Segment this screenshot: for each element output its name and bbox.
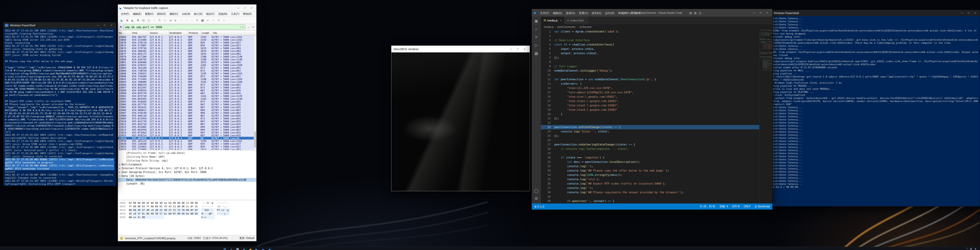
save-file-icon[interactable]: ◫ (146, 18, 151, 22)
packet-row[interactable]: 23897 454.822587 127.0.0.1 127.0.0.1 UDP… (118, 86, 256, 89)
resize-columns-icon[interactable]: ↔ (222, 18, 226, 22)
zoom-out-icon[interactable]: − (211, 18, 216, 22)
maximize-button[interactable]: □ (757, 10, 764, 16)
customize-layout-icon[interactable]: ◫ (698, 11, 701, 14)
file-explorer-icon[interactable]: ▰ (248, 247, 253, 250)
packet-row[interactable]: 23904 454.927719 127.0.0.1 127.0.0.1 UDP… (118, 103, 256, 106)
profile-label[interactable]: 配置: Default (240, 236, 254, 240)
vscode-titlebar[interactable]: ◆ 文件(F)编辑(E)选择(S)查看(V)转到(G)运行(R)终端(T)帮助(… (532, 9, 772, 17)
packet-row[interactable]: 23922 455.125861 127.0.0.1 127.0.0.1 UDP… (118, 145, 256, 148)
maximize-button[interactable]: □ (242, 5, 248, 11)
code-line[interactable]: 38 console.log('## Please copy/paste the… (541, 190, 759, 195)
code-line[interactable]: 31 let desc = peerConnection.localDescri… (541, 160, 759, 164)
code-line[interactable]: 2 (541, 34, 759, 38)
code-line[interactable]: 26 (541, 138, 759, 142)
powershell-icon[interactable]: ▰ (261, 247, 266, 250)
packet-row[interactable]: 23881 454.656900 127.0.0.1 127.0.0.1 UDP… (118, 61, 256, 64)
restart-capture-icon[interactable]: ◣ (130, 18, 135, 22)
code-line[interactable]: 10 nodeDataChannel.initLogger('Debug'); (541, 68, 759, 73)
code-line[interactable]: 40 rl.question('', (answer) => { (541, 199, 759, 203)
minimize-button[interactable]: — (959, 10, 965, 16)
packet-row[interactable]: 23913 455.063956 127.0.0.1 127.0.0.1 UDP… (118, 128, 256, 131)
code-line[interactable]: 16 "stun:stun.l.google.com:19302", (541, 95, 759, 99)
menu-item[interactable]: 工具(T) (229, 12, 241, 16)
go-back-icon[interactable]: ◀ (168, 18, 173, 22)
detail-row[interactable]: ▸Null/Loopback (118, 163, 256, 166)
task-view-icon[interactable]: ▦ (235, 247, 240, 250)
packet-row[interactable]: 23915 455.078224 127.0.0.1 127.0.0.1 UDP… (118, 134, 256, 137)
start-capture-icon[interactable]: ◣ (119, 18, 124, 22)
packet-row[interactable]: 23902 454.891956 127.0.0.1 127.0.0.1 UDP… (118, 97, 256, 100)
expander-icon[interactable]: ▸ (119, 170, 122, 174)
column-info[interactable]: Info (212, 31, 256, 35)
powershell-left-titlebar[interactable]: >_ Windows PowerShell — □ × (3, 22, 116, 28)
packet-row[interactable]: 23898 454.839934 127.0.0.1 127.0.0.1 UDP… (118, 89, 256, 92)
packet-row[interactable]: 23872 454.573807 127.0.0.1 127.0.0.1 UDP… (118, 44, 256, 47)
vscode-icon[interactable]: ▰ (267, 247, 272, 250)
code-line[interactable]: 7 }); (541, 55, 759, 60)
menu-item[interactable]: 选择(S) (564, 11, 577, 14)
source-control-icon[interactable]: Ƴ (535, 35, 538, 40)
code-area[interactable]: 1 var client = dgram.createSocket('udp4'… (541, 29, 759, 204)
code-line[interactable]: 35 console.log('\n\n'); (541, 177, 759, 182)
volume-icon[interactable]: ◄ (974, 247, 977, 250)
code-line[interactable]: 32 console.log(''); (541, 164, 759, 168)
menu-item[interactable]: 分析(A) (180, 12, 192, 16)
code-line[interactable]: 21 }); (541, 116, 759, 121)
packet-row[interactable]: 23908 454.996118 127.0.0.1 127.0.0.1 UDP… (118, 114, 256, 117)
code-line[interactable]: 20 ] (541, 112, 759, 116)
packet-row[interactable]: 23896 454.806559 127.0.0.1 127.0.0.1 UDP… (118, 83, 256, 86)
problems-indicator[interactable]: ⊗ 0 ⚠ 0 (534, 205, 544, 208)
colorize-icon[interactable]: ▩ (200, 18, 205, 22)
column-destination[interactable]: Destination (169, 31, 188, 35)
close-button[interactable]: × (248, 5, 255, 11)
code-line[interactable]: 22 (541, 121, 759, 125)
detail-row[interactable]: [Length: 36] (118, 182, 256, 185)
go-forward-icon[interactable]: ▶ (173, 18, 178, 22)
packet-row[interactable]: 23892 454.771483 127.0.0.1 127.0.0.1 UDP… (118, 78, 256, 81)
maximize-button[interactable]: □ (966, 10, 972, 16)
menu-item[interactable]: 捕获(C) (168, 12, 180, 16)
breadcrumb-item[interactable]: peerConnection (554, 25, 576, 28)
close-file-icon[interactable]: × (152, 18, 156, 22)
editor-tab[interactable]: <> index.html (564, 17, 589, 24)
menu-item[interactable]: 编辑(E) (551, 11, 564, 14)
maximize-button[interactable]: □ (102, 22, 108, 28)
packet-row[interactable]: 23890 454.754696 127.0.0.1 127.0.0.1 UDP… (118, 75, 256, 78)
find-packet-icon[interactable]: ⌕ (162, 18, 167, 22)
packet-row[interactable]: 23894 454.789989 127.0.0.1 127.0.0.1 UDP… (118, 81, 256, 83)
code-line[interactable]: 11 (541, 73, 759, 77)
statusbar-item[interactable]: {} JavaScript (755, 205, 770, 208)
minimize-button[interactable]: — (95, 22, 101, 28)
edge-icon[interactable]: ● (242, 247, 246, 250)
code-line[interactable]: 6 output: process.stdout, (541, 51, 759, 55)
code-line[interactable]: 5 input: process.stdin, (541, 47, 759, 51)
packet-row[interactable]: 23905 454.943431 127.0.0.1 127.0.0.1 UDP… (118, 106, 256, 109)
scrollbar-thumb[interactable] (254, 131, 256, 148)
detail-row[interactable]: [Protocols in frame: null:ip:udp:data] (118, 151, 256, 155)
filter-dropdown-icon[interactable]: ▾ (242, 26, 244, 28)
packet-row[interactable]: 23888 454.736923 127.0.0.1 127.0.0.1 UDP… (118, 72, 256, 75)
expander-icon[interactable]: ▸ (119, 163, 122, 166)
packet-row[interactable]: 23906 454.960812 127.0.0.1 127.0.0.1 UDP… (118, 109, 256, 111)
column-no[interactable]: No. (118, 31, 131, 35)
menu-item[interactable]: 统计(S) (192, 12, 204, 16)
code-line[interactable]: 13 iceServers: [ (541, 82, 759, 86)
toggle-sidebar-icon[interactable]: ▥ (694, 11, 697, 14)
code-line[interactable]: 9 // Init Logger (541, 64, 759, 68)
code-editor[interactable]: 1 var client = dgram.createSocket('udp4'… (541, 29, 772, 204)
network-icon[interactable]: ▥ (970, 247, 972, 250)
packet-row[interactable]: 23874 454.579736 127.0.0.1 127.0.0.1 UDP… (118, 47, 256, 50)
packet-row[interactable]: 23912 455.052882 127.0.0.1 127.0.0.1 UDP… (118, 125, 256, 128)
filter-bookmark-icon[interactable]: ⚑ (119, 25, 122, 29)
display-filter-input[interactable] (124, 25, 239, 29)
code-line[interactable]: 29 (541, 151, 759, 155)
packet-row[interactable]: 23876 454.588202 127.0.0.1 127.0.0.1 UDP… (118, 50, 256, 52)
open-file-icon[interactable]: ▤ (141, 18, 146, 22)
statusbar-item[interactable]: 行 23，列 41 (700, 205, 715, 208)
code-line[interactable]: 25 }); (541, 134, 759, 138)
close-button[interactable]: × (108, 22, 115, 28)
wireshark-icon[interactable]: ◣ (255, 247, 259, 250)
packet-row[interactable]: 23884 454.701109 127.0.0.1 127.0.0.1 UDP… (118, 66, 256, 69)
menu-item[interactable]: 电话(Y) (204, 12, 216, 16)
